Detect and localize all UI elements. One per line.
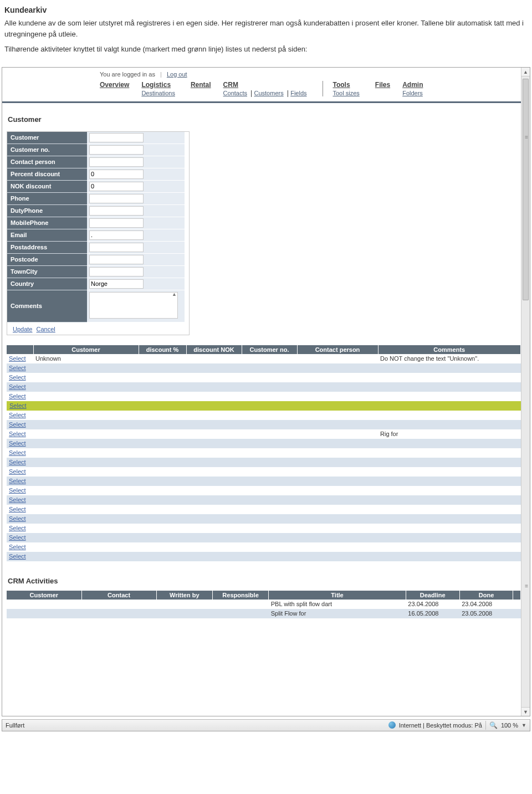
- select-link[interactable]: Select: [9, 478, 26, 484]
- lbl-customer-no: Customer no.: [7, 144, 87, 156]
- th-customer: Customer: [33, 345, 139, 354]
- input-customer[interactable]: [89, 133, 144, 142]
- lbl-phone: Phone: [7, 192, 87, 204]
- status-zoom: 100 %: [501, 722, 518, 729]
- scroll-thumb[interactable]: [523, 79, 529, 300]
- nav-overview[interactable]: Overview: [100, 81, 129, 89]
- input-phone[interactable]: [89, 194, 144, 203]
- th-crm-deadline: Deadline: [406, 591, 459, 600]
- table-row: Select: [7, 373, 521, 382]
- customer-list: Customer discount % discount NOK Custome…: [7, 345, 521, 561]
- nav-tools-sizes[interactable]: Tool sizes: [333, 90, 360, 96]
- input-postaddress[interactable]: [89, 243, 144, 252]
- input-contact[interactable]: [89, 157, 144, 167]
- customer-form: Customer Customer no. Contact person Per…: [7, 131, 190, 335]
- select-link[interactable]: Select: [9, 553, 26, 560]
- nav-logistics-destinations[interactable]: Destinations: [141, 90, 175, 96]
- select-link[interactable]: Select: [9, 431, 26, 437]
- table-row: Select: [7, 467, 521, 477]
- table-row: Select: [7, 392, 521, 401]
- nav-tools[interactable]: Tools: [333, 81, 363, 89]
- input-dutyphone[interactable]: [89, 206, 144, 216]
- scroll-mark-icon: ≡: [525, 583, 528, 589]
- select-link[interactable]: Select: [9, 449, 26, 456]
- select-link[interactable]: Select: [9, 365, 26, 371]
- update-link[interactable]: Update: [13, 326, 32, 332]
- nav-files[interactable]: Files: [375, 81, 390, 89]
- th-crm-done: Done: [459, 591, 513, 600]
- select-link[interactable]: Select: [9, 412, 26, 418]
- input-towncity[interactable]: [89, 267, 144, 276]
- cancel-link[interactable]: Cancel: [37, 326, 55, 332]
- table-row: Select: [7, 420, 521, 429]
- nav-crm-fields[interactable]: Fields: [290, 90, 306, 96]
- scroll-down-icon[interactable]: ▼: [521, 707, 530, 716]
- crm-row: Split Flow for16.05.200823.05.2008: [7, 609, 521, 618]
- nav-admin-folders[interactable]: Folders: [402, 90, 423, 96]
- select-link[interactable]: Select: [9, 402, 27, 409]
- select-link[interactable]: Select: [9, 374, 26, 381]
- th-discount-nok: discount NOK: [186, 345, 242, 354]
- select-link[interactable]: Select: [9, 515, 26, 522]
- vertical-scrollbar[interactable]: ▲ ▼: [521, 68, 530, 716]
- lbl-comments: Comments: [7, 290, 87, 322]
- table-row: Select: [7, 514, 521, 524]
- select-link[interactable]: Select: [9, 487, 26, 494]
- select-link[interactable]: Select: [9, 496, 26, 503]
- select-link[interactable]: Select: [9, 421, 26, 428]
- th-crm-customer: Customer: [7, 591, 81, 600]
- status-sep: [485, 721, 486, 730]
- input-customer-no[interactable]: [89, 145, 144, 155]
- select-link[interactable]: Select: [9, 468, 26, 475]
- input-nok-discount[interactable]: [89, 182, 144, 191]
- app-frame: You are logged in as | Log out Overview …: [2, 67, 530, 716]
- input-country[interactable]: [89, 279, 144, 289]
- input-postcode[interactable]: [89, 255, 144, 264]
- th-crm-responsible: Responsible: [212, 591, 268, 600]
- lbl-postaddress: Postaddress: [7, 241, 87, 253]
- th-discount-pct: discount %: [139, 345, 186, 354]
- table-row: Select: [7, 524, 521, 533]
- th-select: [7, 345, 33, 354]
- table-row: Select: [7, 439, 521, 448]
- select-link[interactable]: Select: [9, 525, 26, 531]
- table-row: Select: [7, 411, 521, 420]
- lbl-towncity: TownCity: [7, 265, 87, 278]
- nav-crm-contacts[interactable]: Contacts: [223, 90, 247, 96]
- nav-rental[interactable]: Rental: [191, 81, 211, 89]
- table-row: Select: [7, 505, 521, 514]
- zoom-dropdown-icon[interactable]: ▼: [521, 723, 526, 728]
- nav-admin[interactable]: Admin: [402, 81, 426, 89]
- th-comments: Comments: [378, 345, 521, 354]
- select-link[interactable]: Select: [9, 534, 26, 541]
- select-link[interactable]: Select: [9, 383, 26, 390]
- lbl-percent-discount: Percent discount: [7, 168, 87, 180]
- select-link[interactable]: Select: [9, 459, 26, 465]
- nav-crm[interactable]: CRM: [223, 81, 310, 89]
- doc-title: Kundearkiv: [4, 6, 528, 14]
- scroll-mark-icon: ≡: [525, 134, 528, 140]
- textarea-scroll-icon: ▲: [172, 291, 177, 297]
- select-link[interactable]: Select: [9, 355, 26, 362]
- scroll-up-icon[interactable]: ▲: [521, 68, 530, 76]
- nav-logistics[interactable]: Logistics: [141, 81, 178, 89]
- input-percent-discount[interactable]: [89, 170, 144, 179]
- lbl-country: Country: [7, 278, 87, 290]
- table-row: Select: [7, 542, 521, 552]
- select-link[interactable]: Select: [9, 393, 26, 399]
- doc-intro: Kundearkiv Alle kundene av de som leier …: [0, 0, 532, 67]
- select-link[interactable]: Select: [9, 440, 26, 447]
- input-comments[interactable]: [89, 292, 178, 319]
- select-link[interactable]: Select: [9, 544, 26, 550]
- table-row: SelectUnknownDo NOT change the text "Unk…: [7, 354, 521, 363]
- input-email[interactable]: [89, 230, 144, 240]
- th-crm-written: Written by: [156, 591, 212, 600]
- input-mobilephone[interactable]: [89, 218, 144, 228]
- header-row: You are logged in as | Log out: [2, 68, 530, 79]
- select-link[interactable]: Select: [9, 506, 26, 513]
- nav-crm-customers[interactable]: Customers: [254, 90, 284, 96]
- section-customer-title: Customer: [8, 115, 530, 124]
- logout-link[interactable]: Log out: [167, 71, 187, 78]
- crm-activities-table: Customer Contact Written by Responsible …: [7, 591, 521, 618]
- table-row: Select: [7, 363, 521, 373]
